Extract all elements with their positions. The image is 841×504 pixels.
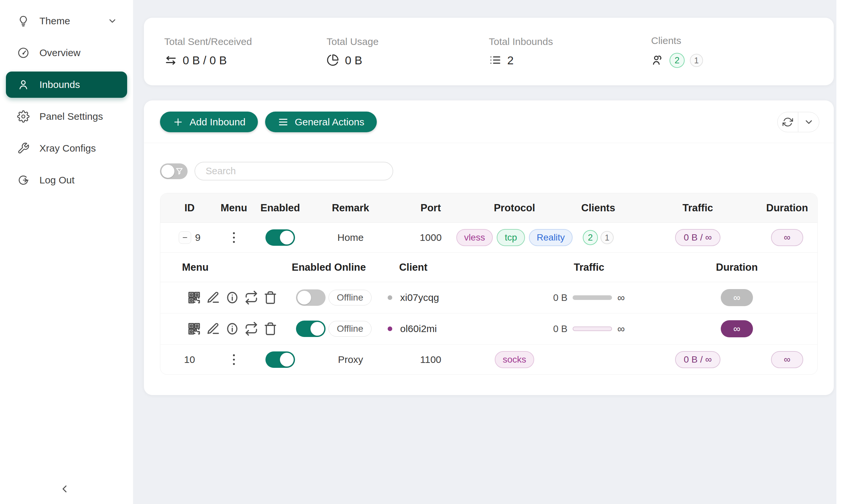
stats-card: Total Sent/Received 0 B / 0 B Total Usag… bbox=[144, 18, 834, 85]
funnel-icon bbox=[175, 167, 184, 176]
column-header-menu: Menu bbox=[219, 202, 249, 214]
sidebar-item-inbounds[interactable]: Inbounds bbox=[6, 72, 127, 98]
list-icon bbox=[489, 54, 502, 67]
client-enabled-toggle[interactable] bbox=[296, 289, 326, 306]
traffic-progress-bar bbox=[572, 326, 612, 331]
qr-code-icon bbox=[187, 291, 201, 305]
lightbulb-icon bbox=[17, 15, 30, 27]
sidebar-item-label: Log Out bbox=[39, 175, 74, 186]
edit-client-button[interactable] bbox=[206, 291, 220, 305]
clients-deactivated-badge: 1 bbox=[601, 231, 614, 244]
dashboard-icon bbox=[17, 47, 30, 59]
column-header-clients: Clients bbox=[557, 202, 639, 214]
add-inbound-label: Add Inbound bbox=[190, 116, 245, 128]
sidebar-item-theme[interactable]: Theme bbox=[6, 8, 127, 34]
sub-column-header-online: Online bbox=[329, 262, 371, 273]
reset-traffic-button[interactable] bbox=[244, 291, 258, 305]
client-status-dot bbox=[388, 295, 392, 300]
inbound-id: 9 bbox=[195, 232, 201, 243]
refresh-button[interactable] bbox=[777, 112, 798, 132]
refresh-button-group bbox=[777, 112, 819, 132]
delete-client-button[interactable] bbox=[263, 291, 277, 305]
sub-column-header-menu: Menu bbox=[182, 262, 292, 273]
qr-code-icon bbox=[187, 322, 201, 336]
edit-client-button[interactable] bbox=[206, 322, 220, 336]
client-row-ol60i2mi: Offline ol60i2mi 0 B ∞ ∞ bbox=[160, 313, 817, 344]
sidebar-item-log-out[interactable]: Log Out bbox=[6, 167, 127, 193]
sidebar-item-label: Overview bbox=[39, 47, 81, 58]
pencil-icon bbox=[206, 291, 220, 305]
stat-label: Clients bbox=[651, 35, 813, 46]
client-row-xi07ycqg: Offline xi07ycqg 0 B ∞ ∞ bbox=[160, 282, 817, 313]
clients-deactivated-badge: 1 bbox=[690, 54, 703, 67]
duration-pill: ∞ bbox=[721, 289, 753, 306]
general-actions-button[interactable]: General Actions bbox=[265, 111, 377, 132]
plus-icon bbox=[172, 116, 184, 128]
sub-column-header-duration: Duration bbox=[689, 262, 785, 273]
sidebar-item-overview[interactable]: Overview bbox=[6, 40, 127, 66]
row-menu-button[interactable] bbox=[227, 230, 240, 245]
traffic-pill: 0 B / ∞ bbox=[675, 351, 720, 368]
sidebar-item-label: Panel Settings bbox=[39, 111, 103, 122]
filter-row bbox=[144, 143, 834, 180]
chevron-left-icon bbox=[59, 483, 71, 495]
toggle-knob bbox=[280, 231, 294, 245]
search-input[interactable] bbox=[194, 162, 393, 180]
sidebar-item-xray-configs[interactable]: Xray Configs bbox=[6, 135, 127, 161]
stat-value: 0 B bbox=[345, 54, 362, 67]
chevron-down-icon bbox=[804, 117, 814, 127]
client-enabled-toggle[interactable] bbox=[296, 321, 326, 337]
column-header-enabled: Enabled bbox=[249, 202, 311, 214]
collapse-row-button[interactable] bbox=[179, 231, 191, 244]
sidebar-item-label: Xray Configs bbox=[39, 143, 96, 154]
protocol-tag-vless: vless bbox=[456, 229, 493, 246]
toggle-knob bbox=[297, 291, 311, 305]
client-name: ol60i2mi bbox=[400, 323, 437, 335]
toggle-knob bbox=[310, 322, 324, 336]
scrollbar[interactable] bbox=[836, 0, 841, 504]
users-icon bbox=[651, 54, 664, 67]
subtable-header-row: Menu Enabled Online Client Traffic Durat… bbox=[160, 253, 817, 282]
inbound-enabled-toggle[interactable] bbox=[265, 352, 295, 368]
client-name: xi07ycqg bbox=[400, 292, 439, 303]
row-menu-button[interactable] bbox=[227, 353, 240, 367]
inbound-remark: Home bbox=[311, 232, 390, 243]
more-vertical-icon bbox=[232, 353, 236, 366]
logout-icon bbox=[17, 174, 30, 186]
qr-code-button[interactable] bbox=[187, 291, 201, 305]
client-traffic-value: 0 B bbox=[553, 292, 568, 303]
duration-pill: ∞ bbox=[721, 320, 753, 337]
inbound-enabled-toggle[interactable] bbox=[265, 229, 295, 246]
inbound-id: 10 bbox=[184, 354, 195, 365]
delete-client-button[interactable] bbox=[263, 322, 277, 336]
add-inbound-button[interactable]: Add Inbound bbox=[160, 111, 258, 132]
column-header-traffic: Traffic bbox=[639, 202, 756, 214]
protocol-tag-tcp: tcp bbox=[497, 229, 525, 246]
table-header-row: ID Menu Enabled Remark Port Protocol Cli… bbox=[160, 193, 817, 223]
reset-traffic-button[interactable] bbox=[244, 322, 258, 336]
clients-online-badge: 2 bbox=[670, 53, 685, 68]
qr-code-button[interactable] bbox=[187, 322, 201, 336]
toolbar: Add Inbound General Actions bbox=[144, 101, 834, 143]
protocol-tag-socks: socks bbox=[495, 351, 534, 368]
traffic-progress-bar bbox=[572, 295, 612, 300]
stat-value: 0 B / 0 B bbox=[183, 54, 227, 67]
traffic-quota: ∞ bbox=[617, 323, 625, 335]
client-info-button[interactable] bbox=[225, 322, 239, 336]
minus-icon bbox=[182, 234, 188, 241]
column-header-remark: Remark bbox=[311, 202, 390, 214]
client-info-button[interactable] bbox=[225, 291, 239, 305]
sidebar-item-label: Theme bbox=[39, 15, 70, 26]
filter-toggle[interactable] bbox=[160, 163, 188, 179]
refresh-options-button[interactable] bbox=[798, 112, 819, 132]
duration-pill: ∞ bbox=[771, 351, 803, 368]
sidebar-item-panel-settings[interactable]: Panel Settings bbox=[6, 103, 127, 130]
inbounds-table: ID Menu Enabled Remark Port Protocol Cli… bbox=[160, 193, 818, 375]
chevron-down-icon bbox=[107, 16, 117, 26]
duration-pill: ∞ bbox=[771, 229, 803, 246]
client-status-dot bbox=[388, 326, 392, 331]
sidebar-collapse-button[interactable] bbox=[55, 479, 75, 499]
sub-column-header-traffic: Traffic bbox=[489, 262, 689, 273]
table-row-inbound-10: 10 Proxy 1100 socks 0 B / ∞ ∞ bbox=[160, 344, 817, 374]
column-header-protocol: Protocol bbox=[472, 202, 557, 214]
